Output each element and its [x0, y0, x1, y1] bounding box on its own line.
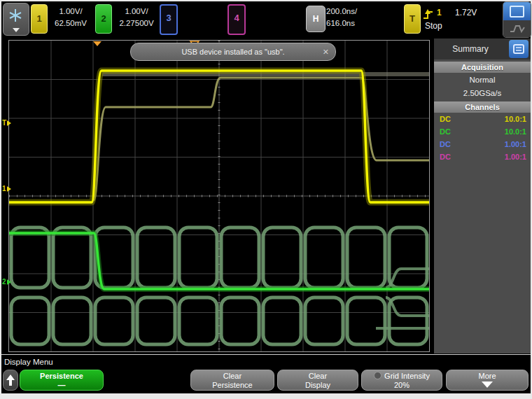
channel-2-vdiv: 1.00V/	[111, 6, 162, 18]
arrow-down-icon	[482, 382, 493, 388]
arrow-right-icon	[7, 120, 11, 126]
more-label: More	[447, 372, 528, 381]
menu-title: Display Menu	[4, 358, 53, 366]
channel-1-summary-row: DC 10.0:1	[434, 113, 531, 125]
trigger-level-marker[interactable]: T	[2, 119, 11, 127]
oscilloscope-screenshot: 1 1.00V/ 62.50mV 2 1.00V/ 2.27500V 3 4 H…	[0, 0, 532, 399]
channel-1-ground-marker[interactable]: 1	[2, 185, 11, 192]
waveform-display[interactable]	[8, 40, 430, 352]
trigger-button[interactable]: T	[404, 4, 421, 34]
channel-1-vdiv: 1.00V/	[46, 6, 95, 18]
channel-2-button[interactable]: 2	[95, 4, 112, 34]
channel-2-ground-marker[interactable]: 2	[2, 278, 11, 286]
clear-persistence-button[interactable]: Clear Persistence	[190, 370, 274, 391]
waveform-svg	[9, 41, 429, 351]
channel-4-button[interactable]: 4	[227, 4, 246, 35]
trigger-source: 1	[437, 8, 442, 18]
sidebar-tab-row: Summary	[434, 38, 531, 59]
channels-section-header: Channels	[434, 102, 531, 113]
close-icon[interactable]: ✕	[323, 43, 329, 60]
menu-back-button[interactable]	[3, 370, 18, 391]
arrow-right-icon	[7, 186, 11, 192]
zone-select-icon[interactable]	[503, 2, 531, 20]
channel-1-offset: 62.50mV	[46, 18, 95, 29]
persistence-label: Persistence	[20, 372, 103, 381]
arrow-up-icon	[6, 374, 15, 380]
menu-separator-line	[1, 354, 531, 355]
persistence-button[interactable]: Persistence —	[20, 370, 104, 391]
grid-intensity-value: 20%	[362, 381, 442, 390]
channel-2-offset: 2.27500V	[111, 18, 162, 29]
more-button[interactable]: More	[446, 370, 528, 391]
clear-display-button[interactable]: Clear Display	[277, 370, 358, 391]
channel-2-settings: 1.00V/ 2.27500V	[111, 6, 162, 29]
trigger-slope-rising-icon	[423, 8, 434, 20]
grid-intensity-button[interactable]: Grid Intensity 20%	[361, 370, 442, 391]
persistence-value: —	[20, 381, 103, 390]
usb-toast-notification: USB device installed as "usb". ✕	[130, 43, 336, 61]
channel-1-button[interactable]: 1	[31, 4, 48, 34]
tab-summary[interactable]: Summary	[434, 38, 507, 59]
corner-tool-button[interactable]	[503, 1, 531, 38]
settings-button[interactable]	[3, 3, 29, 36]
chevron-down-icon	[13, 28, 20, 32]
sample-rate: 2.50GSa/s	[434, 88, 531, 99]
toast-message: USB device installed as "usb".	[181, 48, 284, 56]
summary-sidebar: Summary Acquisition Normal 2.50GSa/s Cha…	[434, 38, 531, 354]
channel-4-summary-row: DC 1.00:1	[434, 150, 531, 163]
delay-value: 616.0ns	[326, 18, 372, 29]
waveform-tool-icon[interactable]	[503, 20, 531, 37]
asterisk-icon	[8, 8, 23, 23]
sidebar-menu-button[interactable]	[509, 40, 528, 58]
horizontal-button[interactable]: H	[306, 6, 326, 32]
list-icon	[513, 44, 524, 54]
channel-2-summary-row: DC 10.0:1	[434, 125, 531, 138]
acquisition-section-header: Acquisition	[434, 62, 531, 73]
knob-icon	[374, 372, 382, 379]
time-reference-marker-icon	[93, 41, 102, 46]
channel-1-settings: 1.00V/ 62.50mV	[46, 6, 95, 29]
channel-3-button[interactable]: 3	[160, 4, 178, 35]
arrow-right-icon	[7, 279, 11, 285]
timebase-value: 200.0ns/	[326, 6, 372, 18]
horizontal-settings: 200.0ns/ 616.0ns	[326, 6, 372, 29]
grid-intensity-label: Grid Intensity	[384, 372, 430, 380]
acquisition-mode: Normal	[434, 74, 531, 86]
trigger-level: 1.72V	[455, 8, 477, 18]
trigger-mode-status: Stop	[425, 21, 442, 31]
channel-3-summary-row: DC 1.00:1	[434, 138, 531, 150]
